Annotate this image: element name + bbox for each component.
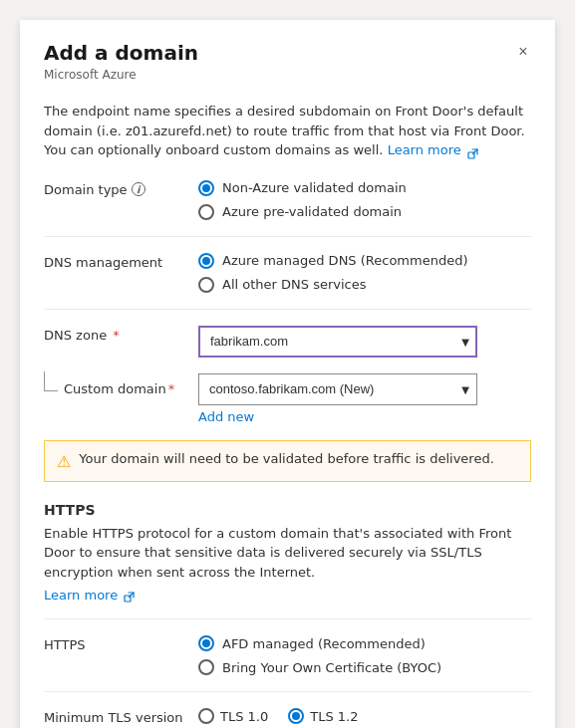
external-link-icon bbox=[467, 145, 478, 156]
tls-version-row: Minimum TLS version TLS 1.0 TLS 1.2 bbox=[44, 708, 531, 725]
radio-azure-dns-input[interactable] bbox=[198, 253, 214, 269]
https-learn-more-link[interactable]: Learn more bbox=[44, 588, 135, 603]
description-learn-more-link[interactable]: Learn more bbox=[388, 142, 478, 157]
tls-version-radio-group: TLS 1.0 TLS 1.2 bbox=[198, 708, 359, 724]
radio-tls12-input[interactable] bbox=[288, 708, 304, 724]
domain-type-radio-group: Non-Azure validated domain Azure pre-val… bbox=[198, 180, 407, 220]
domain-type-row: Domain type i Non-Azure validated domain… bbox=[44, 180, 531, 220]
radio-tls12[interactable]: TLS 1.2 bbox=[288, 708, 358, 724]
https-setting-radio-group: AFD managed (Recommended) Bring Your Own… bbox=[198, 635, 441, 675]
dns-zone-dropdown[interactable]: fabrikam.com bbox=[198, 326, 477, 358]
dialog-header: Add a domain Microsoft Azure bbox=[20, 20, 555, 86]
radio-azure-dns-label: Azure managed DNS (Recommended) bbox=[222, 253, 468, 268]
custom-domain-label: Custom domain * bbox=[44, 373, 198, 399]
divider-1 bbox=[44, 236, 531, 237]
radio-non-azure-label: Non-Azure validated domain bbox=[222, 180, 407, 195]
divider-3 bbox=[44, 618, 531, 619]
radio-other-dns[interactable]: All other DNS services bbox=[198, 277, 468, 293]
warning-text: Your domain will need to be validated be… bbox=[79, 451, 493, 466]
radio-afd-managed-label: AFD managed (Recommended) bbox=[222, 636, 426, 651]
radio-byoc-input[interactable] bbox=[198, 659, 214, 675]
dialog-body: The endpoint name specifies a desired su… bbox=[20, 86, 555, 728]
https-title: HTTPS bbox=[44, 502, 531, 518]
dns-management-row: DNS management Azure managed DNS (Recomm… bbox=[44, 253, 531, 293]
add-new-container: Add new bbox=[198, 409, 531, 424]
radio-azure-input[interactable] bbox=[198, 204, 214, 220]
dialog-subtitle: Microsoft Azure bbox=[44, 68, 531, 82]
warning-icon: ⚠ bbox=[57, 452, 71, 471]
radio-byoc[interactable]: Bring Your Own Certificate (BYOC) bbox=[198, 659, 441, 675]
radio-azure[interactable]: Azure pre-validated domain bbox=[198, 204, 407, 220]
radio-tls10[interactable]: TLS 1.0 bbox=[198, 708, 268, 724]
custom-domain-dropdown[interactable]: contoso.fabrikam.com (New) bbox=[198, 373, 477, 405]
dns-management-radio-group: Azure managed DNS (Recommended) All othe… bbox=[198, 253, 468, 293]
radio-tls10-input[interactable] bbox=[198, 708, 214, 724]
radio-tls10-label: TLS 1.0 bbox=[220, 709, 268, 724]
https-setting-label: HTTPS bbox=[44, 635, 198, 652]
dns-management-label: DNS management bbox=[44, 253, 198, 270]
radio-non-azure[interactable]: Non-Azure validated domain bbox=[198, 180, 407, 196]
https-learn-more-container: Learn more bbox=[44, 588, 531, 603]
divider-4 bbox=[44, 691, 531, 692]
radio-azure-dns[interactable]: Azure managed DNS (Recommended) bbox=[198, 253, 468, 269]
radio-other-dns-input[interactable] bbox=[198, 277, 214, 293]
radio-afd-managed[interactable]: AFD managed (Recommended) bbox=[198, 635, 441, 651]
dns-zone-required: * bbox=[113, 328, 120, 343]
radio-tls12-label: TLS 1.2 bbox=[310, 709, 358, 724]
warning-banner: ⚠ Your domain will need to be validated … bbox=[44, 440, 531, 482]
dns-zone-row: DNS zone * fabrikam.com ▼ bbox=[44, 326, 531, 358]
svg-line-1 bbox=[472, 149, 477, 154]
tree-line bbox=[44, 371, 58, 391]
dns-zone-dropdown-wrapper: fabrikam.com ▼ bbox=[198, 326, 477, 358]
dns-zone-label: DNS zone * bbox=[44, 326, 198, 343]
custom-domain-row: Custom domain * contoso.fabrikam.com (Ne… bbox=[44, 373, 531, 405]
svg-line-3 bbox=[130, 593, 135, 598]
add-domain-dialog: Add a domain Microsoft Azure × The endpo… bbox=[20, 20, 555, 728]
https-description: Enable HTTPS protocol for a custom domai… bbox=[44, 524, 531, 583]
radio-azure-label: Azure pre-validated domain bbox=[222, 204, 402, 219]
radio-other-dns-label: All other DNS services bbox=[222, 277, 366, 292]
radio-afd-managed-input[interactable] bbox=[198, 635, 214, 651]
domain-type-info-icon[interactable]: i bbox=[132, 182, 145, 196]
description-text: The endpoint name specifies a desired su… bbox=[44, 102, 531, 160]
custom-domain-required: * bbox=[168, 381, 175, 396]
dialog-title: Add a domain bbox=[44, 40, 531, 66]
https-setting-row: HTTPS AFD managed (Recommended) Bring Yo… bbox=[44, 635, 531, 675]
https-external-link-icon bbox=[124, 591, 135, 602]
custom-domain-dropdown-wrapper: contoso.fabrikam.com (New) ▼ bbox=[198, 373, 477, 405]
divider-2 bbox=[44, 309, 531, 310]
close-button[interactable]: × bbox=[509, 38, 537, 66]
https-section: HTTPS Enable HTTPS protocol for a custom… bbox=[44, 502, 531, 604]
domain-type-label: Domain type i bbox=[44, 180, 198, 197]
tls-version-label: Minimum TLS version bbox=[44, 708, 198, 725]
radio-non-azure-input[interactable] bbox=[198, 180, 214, 196]
radio-byoc-label: Bring Your Own Certificate (BYOC) bbox=[222, 660, 441, 675]
add-new-link[interactable]: Add new bbox=[198, 409, 254, 424]
